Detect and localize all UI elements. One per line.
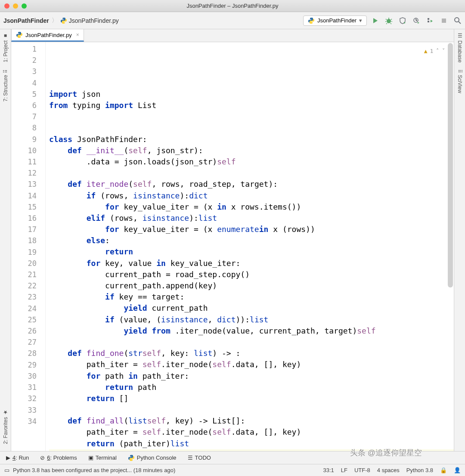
code-editor[interactable]: ▲ 1 ˆ ˇ import jsonfrom typing import Li… xyxy=(46,42,454,451)
event-log-icon[interactable]: ▭ xyxy=(4,467,9,473)
line-number[interactable]: 11 xyxy=(11,156,37,167)
code-line[interactable]: if key == target: xyxy=(49,291,454,303)
code-line[interactable]: path_iter = self.iter_node(self.data, []… xyxy=(49,359,454,370)
hector-icon[interactable]: 👤 xyxy=(454,467,461,473)
line-number[interactable]: 5 xyxy=(11,89,37,100)
line-number[interactable]: 3 xyxy=(11,66,37,77)
line-separator[interactable]: LF xyxy=(341,467,347,473)
line-number[interactable]: 4 xyxy=(11,77,37,89)
code-line[interactable]: class JsonPathFinder: xyxy=(49,134,454,145)
code-line[interactable] xyxy=(49,111,454,122)
code-line[interactable]: return [] xyxy=(49,393,454,404)
close-tab-icon[interactable]: × xyxy=(76,32,79,38)
line-number[interactable]: 25 xyxy=(11,314,37,325)
line-number-gutter[interactable]: 1234567891011121314151617181920212223242… xyxy=(11,42,46,451)
line-number[interactable]: 29 xyxy=(11,359,37,371)
code-line[interactable]: def find_all(listself, key) -> List[]: xyxy=(49,415,454,427)
code-line[interactable]: def find_one(strself, key: list) -> : xyxy=(49,348,454,359)
code-line[interactable]: yield current_path xyxy=(49,303,454,314)
code-line[interactable]: yield from .iter_node(value, current_pat… xyxy=(49,325,454,337)
terminal-tool-button[interactable]: ▣ Terminal xyxy=(88,454,117,461)
line-number[interactable]: 23 xyxy=(11,291,37,303)
code-line[interactable]: from typing import List xyxy=(49,100,454,111)
status-message[interactable]: Python 3.8 has been configured as the pr… xyxy=(13,467,175,473)
breadcrumb-project[interactable]: JsonPathFinder xyxy=(3,17,49,24)
favorites-tool-button[interactable]: 2: Favorites ★ xyxy=(3,409,9,444)
code-line[interactable]: .data = json.loads(json_str)self xyxy=(49,156,454,167)
line-number[interactable]: 6 xyxy=(11,100,37,111)
stop-button[interactable] xyxy=(440,17,448,25)
code-line[interactable] xyxy=(49,404,454,415)
code-line[interactable] xyxy=(49,167,454,179)
code-line[interactable]: if (rows, isinstance):dict xyxy=(49,190,454,201)
run-button[interactable] xyxy=(371,17,379,25)
python-console-tool-button[interactable]: Python Console xyxy=(128,454,177,461)
lock-icon[interactable]: 🔒 xyxy=(440,467,447,473)
line-number[interactable]: 28 xyxy=(11,348,37,359)
code-line[interactable]: return (path_iter)list xyxy=(49,438,454,449)
breadcrumb-file[interactable]: JsonPathFinder.py xyxy=(60,17,119,24)
code-line[interactable]: current_path = road_step.copy() xyxy=(49,269,454,280)
line-number[interactable]: 10 xyxy=(11,145,37,156)
chevron-up-icon[interactable]: ˆ xyxy=(436,46,439,57)
code-line[interactable]: def iter_node(self, rows, road_step, tar… xyxy=(49,179,454,190)
line-number[interactable]: 2 xyxy=(11,55,37,66)
line-number[interactable]: 33 xyxy=(11,405,37,416)
code-line[interactable]: path_iter = self.iter_node(self.data, []… xyxy=(49,427,454,438)
line-number[interactable]: 19 xyxy=(11,247,37,258)
database-tool-button[interactable]: ☰ Database xyxy=(457,33,463,62)
line-number[interactable]: 27 xyxy=(11,337,37,348)
file-encoding[interactable]: UTF-8 xyxy=(354,467,370,473)
line-number[interactable]: 12 xyxy=(11,167,37,179)
todo-tool-button[interactable]: ☰ TODO xyxy=(188,454,211,461)
debug-button[interactable] xyxy=(385,17,393,25)
line-number[interactable]: 20 xyxy=(11,258,37,269)
run-configuration-selector[interactable]: JsonPathFinder ▾ xyxy=(303,15,367,26)
line-number[interactable]: 8 xyxy=(11,122,37,133)
code-line[interactable]: for path in path_iter: xyxy=(49,371,454,382)
scrollbar-thumb[interactable] xyxy=(448,43,453,287)
line-number[interactable]: 9 xyxy=(11,134,37,145)
line-number[interactable]: 24 xyxy=(11,303,37,314)
problems-tool-button[interactable]: ⊘ 6: Problems xyxy=(40,454,77,461)
sciview-tool-button[interactable]: ⠿ SciView xyxy=(457,69,463,93)
code-line[interactable] xyxy=(49,337,454,348)
code-line[interactable]: current_path.append(key) xyxy=(49,280,454,291)
line-number[interactable]: 26 xyxy=(11,325,37,337)
inspection-badge[interactable]: ▲ 1 ˆ ˇ xyxy=(424,46,445,57)
chevron-down-icon[interactable]: ˇ xyxy=(442,46,445,57)
line-number[interactable]: 32 xyxy=(11,393,37,404)
close-window-button[interactable] xyxy=(4,3,9,9)
vertical-scrollbar[interactable] xyxy=(448,43,453,450)
search-everywhere-button[interactable] xyxy=(454,17,462,25)
line-number[interactable]: 1 xyxy=(11,43,37,55)
structure-tool-button[interactable]: 7: Structure ⠿ xyxy=(3,69,9,102)
code-line[interactable]: if (value, (isinstance, dict)):list xyxy=(49,314,454,325)
line-number[interactable]: 16 xyxy=(11,213,37,224)
code-line[interactable]: for key_value_iter = (x in x rows.items(… xyxy=(49,201,454,213)
line-number[interactable]: 34 xyxy=(11,416,37,427)
cursor-position[interactable]: 33:1 xyxy=(323,467,334,473)
line-number[interactable]: 7 xyxy=(11,111,37,122)
code-line[interactable] xyxy=(49,122,454,133)
indent-setting[interactable]: 4 spaces xyxy=(377,467,400,473)
editor-tab[interactable]: JsonPathFinder.py × xyxy=(11,29,84,42)
code-line[interactable]: for key, value in key_value_iter: xyxy=(49,258,454,269)
line-number[interactable]: 18 xyxy=(11,235,37,246)
code-line[interactable]: elif (rows, isinstance):list xyxy=(49,213,454,224)
code-line[interactable]: else: xyxy=(49,235,454,246)
interpreter[interactable]: Python 3.8 xyxy=(406,467,433,473)
line-number[interactable]: 17 xyxy=(11,224,37,235)
profile-button[interactable] xyxy=(412,17,420,25)
code-line[interactable]: for key_value_iter = (x enumeratein x (r… xyxy=(49,224,454,235)
attach-button[interactable] xyxy=(426,17,434,25)
code-line[interactable]: return path xyxy=(49,382,454,393)
line-number[interactable]: 30 xyxy=(11,371,37,382)
line-number[interactable]: 21 xyxy=(11,269,37,280)
maximize-window-button[interactable] xyxy=(22,3,27,9)
editor-body[interactable]: 1234567891011121314151617181920212223242… xyxy=(11,42,454,451)
breadcrumb[interactable]: JsonPathFinder 〉 JsonPathFinder.py xyxy=(3,17,119,25)
minimize-window-button[interactable] xyxy=(13,3,18,9)
code-line[interactable]: def __init__(self, json_str): xyxy=(49,145,454,156)
coverage-button[interactable] xyxy=(399,17,406,25)
